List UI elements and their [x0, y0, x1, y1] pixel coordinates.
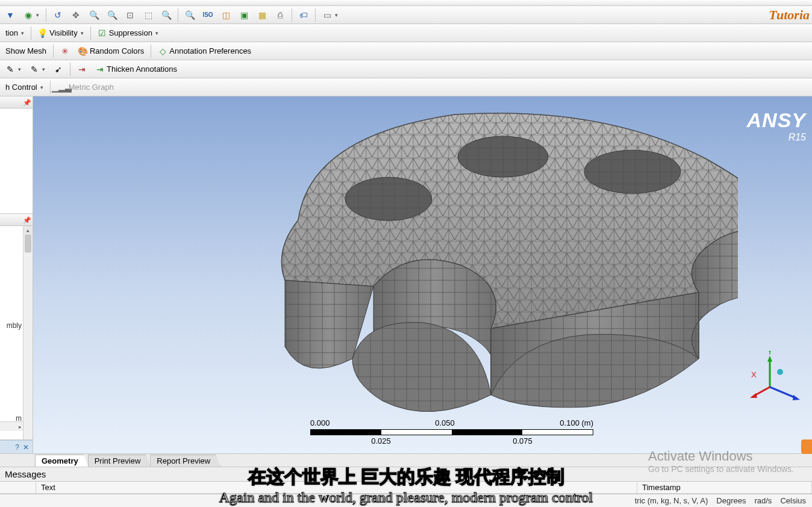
suppression-dropdown[interactable]: ☑Suppression [95, 26, 161, 40]
status-celsius: Celsius [780, 496, 806, 505]
undo-icon: ↺ [53, 10, 63, 20]
annot-pref-icon: ◇ [158, 46, 167, 56]
random-colors-button[interactable]: 🎨Random Colors [75, 44, 147, 58]
pin-icon[interactable]: 📌 [23, 216, 30, 224]
scale-bar-graphic [310, 429, 593, 435]
messages-header: Text Timestamp [0, 482, 812, 494]
scale-bar: 0.000 0.050 0.100 (m) 0.025 0.075 [310, 418, 593, 442]
view-tabs: Geometry Print Preview Report Preview [0, 453, 812, 467]
pin-icon[interactable]: 📌 [23, 99, 30, 106]
edge1-icon: ✎ [5, 65, 15, 74]
zoom-fit-button[interactable]: ⊡ [122, 8, 138, 22]
arrow-icon: ➹ [54, 65, 63, 74]
pan-button[interactable]: ✥ [68, 8, 84, 22]
separator [315, 8, 316, 22]
help-button[interactable]: ? [15, 443, 19, 452]
scrollbar[interactable]: ▴ [23, 226, 33, 439]
col-timestamp[interactable]: Timestamp [637, 482, 812, 493]
show-mesh-button[interactable]: Show Mesh [2, 44, 49, 58]
check-icon: ☑ [98, 28, 107, 38]
separator [90, 27, 91, 40]
undo-button[interactable]: ↺ [50, 8, 66, 22]
svg-point-4 [458, 136, 548, 177]
scroll-up-icon[interactable]: ▴ [23, 226, 33, 235]
tag-button[interactable]: 🏷 [296, 8, 311, 22]
edge-tool1[interactable]: ✎ [2, 62, 24, 77]
size-button[interactable]: ⇥ [74, 62, 90, 77]
look-at-icon: ◫ [221, 10, 231, 20]
close-button[interactable]: ✕ [23, 443, 29, 452]
print-icon: ⎙ [275, 10, 285, 20]
separator [292, 8, 292, 22]
svg-text:Y: Y [767, 351, 773, 356]
pan-icon: ✥ [71, 10, 81, 20]
look-at-button[interactable]: ◫ [218, 8, 234, 22]
col-text[interactable]: Text [36, 482, 637, 493]
zoom-in-button[interactable]: 🔍 [86, 8, 102, 22]
image-button[interactable]: ▦ [254, 8, 270, 22]
scroll-thumb[interactable] [25, 235, 31, 253]
axis-triad[interactable]: Y X [749, 351, 803, 405]
box-zoom-button[interactable]: ⬚ [140, 8, 156, 22]
row-assembly: mbly [7, 321, 22, 330]
separator [70, 63, 70, 76]
filter-icon: ▼ [5, 10, 15, 20]
meshed-model [154, 99, 738, 437]
toolbar-annotation: ✎ ✎ ➹ ⇥ ⇥Thicken Annotations [0, 60, 812, 78]
tab-print-preview[interactable]: Print Preview [88, 455, 151, 467]
tab-report-preview[interactable]: Report Preview [150, 455, 220, 467]
thicken-button[interactable]: ⇥Thicken Annotations [92, 62, 180, 77]
prev-view-button[interactable]: ▣ [236, 8, 252, 22]
body-dropdown[interactable]: ◉ [20, 8, 42, 22]
ansys-watermark: ANSY R15 [747, 109, 806, 143]
selection-dropdown[interactable]: tion [2, 26, 27, 40]
viewport-3d[interactable]: ANSY R15 [33, 96, 812, 453]
iso-button[interactable]: ISO [200, 8, 216, 22]
iso-icon: ISO [203, 10, 213, 20]
probe-icon: ✳ [60, 46, 70, 56]
rotate-icon: 🔍 [185, 10, 195, 20]
separator [46, 8, 46, 22]
image-icon: ▦ [257, 10, 267, 20]
mesh-control-dropdown[interactable]: h Control [2, 80, 46, 95]
zoom-out-icon: 🔍 [107, 10, 117, 20]
separator [50, 81, 51, 94]
details-grid[interactable]: ▴ mbly m ▸ [0, 226, 33, 439]
edge-tool2[interactable]: ✎ [27, 62, 48, 77]
svg-point-2 [345, 177, 432, 221]
status-degrees: Degrees [716, 496, 746, 505]
separator [53, 45, 54, 58]
svg-line-13 [770, 387, 796, 398]
prev-view-icon: ▣ [239, 10, 249, 20]
svg-point-15 [777, 369, 783, 375]
panel-close-bar: ? ✕ [0, 440, 33, 453]
metric-graph-button[interactable]: ▁▂▃Metric Graph [54, 80, 117, 95]
select-mode-dropdown[interactable]: ▭ [319, 8, 341, 22]
annotation-prefs-button[interactable]: ◇Annotation Preferences [155, 44, 254, 58]
messages-title: Messages [0, 467, 812, 482]
toolbar-mesh-control: h Control ▁▂▃Metric Graph [0, 78, 812, 96]
print-button[interactable]: ⎙ [272, 8, 288, 22]
side-widget[interactable] [801, 439, 812, 454]
svg-point-6 [584, 150, 681, 194]
rotate-button[interactable]: 🔍 [182, 8, 198, 22]
toolbar-view: ▼ ◉ ↺ ✥ 🔍 🔍 ⊡ ⬚ 🔍 🔍 ISO ◫ ▣ ▦ ⎙ 🏷 ▭ Tuto… [0, 6, 812, 24]
details-panel-header: 📌 [0, 214, 33, 226]
col-icon[interactable] [0, 482, 36, 493]
left-sidebar: 📌 📌 ▴ mbly m ▸ ? ✕ [0, 96, 33, 453]
arrow-button[interactable]: ➹ [51, 62, 66, 77]
zoom-fit-icon: ⊡ [125, 10, 135, 20]
zoom-sel-button[interactable]: 🔍 [158, 8, 174, 22]
toolbar-mesh-display: Show Mesh ✳ 🎨Random Colors ◇Annotation P… [0, 42, 812, 60]
messages-panel: Messages Text Timestamp [0, 467, 812, 494]
probe-button[interactable]: ✳ [57, 44, 73, 58]
zoom-out-button[interactable]: 🔍 [104, 8, 120, 22]
hscrollbar[interactable]: ▸ [0, 421, 23, 431]
visibility-dropdown[interactable]: 💡Visibility [35, 26, 87, 40]
tab-geometry[interactable]: Geometry [35, 455, 89, 467]
toolbar-display: tion 💡Visibility ☑Suppression [0, 24, 812, 42]
outline-tree[interactable] [0, 109, 33, 213]
filter-button[interactable]: ▼ [2, 8, 18, 22]
brand-logo-cropped: Tutoria [769, 7, 810, 23]
bulb-icon: 💡 [38, 28, 48, 38]
